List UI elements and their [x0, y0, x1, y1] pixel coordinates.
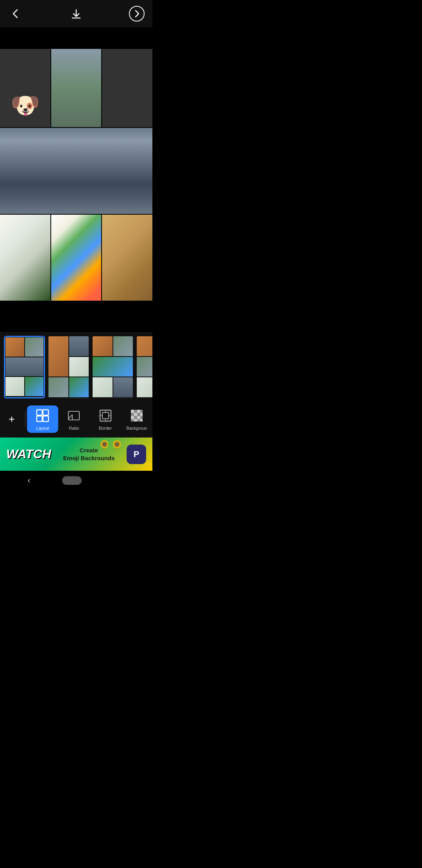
ratio-label: Ratio — [69, 426, 79, 430]
svg-rect-13 — [131, 410, 134, 413]
download-button[interactable] — [68, 6, 84, 22]
layout-button[interactable]: Layout — [27, 405, 58, 433]
svg-rect-14 — [137, 410, 140, 413]
collage-cell-flowers[interactable] — [0, 215, 50, 301]
border-icon — [98, 408, 113, 423]
header — [0, 0, 152, 27]
collage-row-top — [0, 49, 152, 127]
svg-rect-15 — [134, 413, 137, 416]
ad-logo: P — [127, 445, 146, 464]
layout-thumb-1[interactable] — [4, 336, 45, 398]
layout-icon — [35, 408, 50, 423]
svg-rect-4 — [43, 416, 48, 421]
ad-flowers-icon: 🌻🌻 — [98, 439, 123, 452]
collage-cell-city2[interactable] — [102, 49, 152, 127]
svg-rect-19 — [134, 419, 137, 421]
svg-rect-17 — [131, 416, 134, 419]
ratio-icon — [66, 408, 82, 423]
background-button[interactable]: Backgroun — [121, 405, 152, 433]
ad-watch-text: WATCH — [6, 447, 51, 461]
svg-rect-1 — [37, 410, 42, 415]
collage-cell-gamepad[interactable] — [102, 215, 152, 301]
svg-rect-7 — [102, 412, 109, 419]
collage-cell-city1[interactable] — [51, 49, 102, 127]
system-back-button[interactable]: ‹ — [27, 475, 30, 486]
svg-rect-18 — [137, 416, 140, 419]
next-button[interactable] — [129, 6, 145, 22]
svg-rect-5 — [68, 411, 79, 420]
navigation-bar: ‹ — [0, 471, 152, 490]
border-label: Border — [99, 426, 112, 430]
bottom-spacer — [0, 301, 152, 332]
add-button[interactable]: + — [0, 413, 23, 425]
layout-thumb-3[interactable] — [92, 336, 133, 398]
border-button[interactable]: Border — [90, 405, 121, 433]
toolbar: + Layout Ratio — [0, 402, 152, 438]
back-button[interactable] — [8, 6, 23, 22]
top-spacer — [0, 27, 152, 49]
background-label: Backgroun — [127, 426, 147, 430]
toolbar-divider — [25, 411, 25, 427]
collage-row-mid[interactable] — [0, 128, 152, 214]
svg-rect-20 — [140, 419, 143, 421]
svg-rect-2 — [43, 410, 48, 415]
ad-banner[interactable]: WATCH CreateEmoji Backrounds 🌻🌻 P — [0, 438, 152, 471]
system-home-indicator[interactable] — [62, 476, 82, 485]
ratio-button[interactable]: Ratio — [58, 405, 89, 433]
collage-cell-dog[interactable] — [0, 49, 50, 127]
layout-thumb-2[interactable] — [48, 336, 89, 398]
collage-cell-pixel[interactable] — [51, 215, 102, 301]
layout-label: Layout — [36, 426, 49, 430]
svg-rect-16 — [140, 413, 143, 416]
thumbnails-strip[interactable] — [0, 332, 152, 402]
layout-thumb-4[interactable] — [136, 336, 152, 398]
background-icon — [129, 408, 145, 423]
svg-rect-3 — [37, 416, 42, 421]
collage-area — [0, 27, 152, 332]
collage-row-bot — [0, 215, 152, 301]
